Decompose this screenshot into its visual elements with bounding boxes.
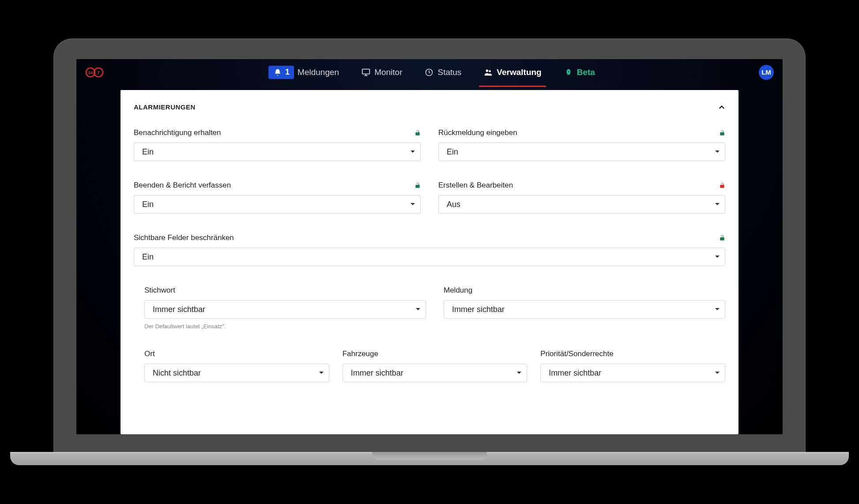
field-label: Erstellen & Bearbeiten	[438, 181, 513, 190]
unlock-icon	[719, 130, 725, 136]
nav-label: Monitor	[374, 68, 402, 77]
field-ort: Ort Nicht sichtbar	[144, 350, 329, 382]
select-benachrichtigung[interactable]: Ein	[134, 143, 421, 161]
avatar[interactable]: LM	[759, 65, 774, 80]
field-benachrichtigung: Benachrichtigung erhalten Ein	[134, 128, 421, 161]
svg-point-7	[489, 70, 491, 72]
select-meldung[interactable]: Immer sichtbar	[444, 300, 725, 319]
laptop-screen-bezel: 24 7 1 Meldungen	[54, 39, 805, 452]
users-icon	[483, 68, 493, 77]
select-erstellen[interactable]: Aus	[438, 195, 725, 214]
field-fahrzeuge: Fahrzeuge Immer sichtbar	[343, 350, 527, 382]
nav-item-meldungen[interactable]: 1 Meldungen	[264, 62, 343, 83]
chevron-up-icon[interactable]	[718, 103, 725, 110]
field-rueckmeldung: Rückmeldung eingeben Ein	[438, 128, 725, 161]
field-label: Meldung	[444, 286, 472, 295]
field-label: Ort	[144, 350, 155, 358]
nav-item-verwaltung[interactable]: Verwaltung	[479, 64, 546, 81]
avatar-initials: LM	[761, 68, 771, 76]
select-rueckmeldung[interactable]: Ein	[438, 143, 725, 161]
form-row: Stichwort Immer sichtbar Der Defaultwert…	[134, 286, 725, 330]
select-sichtbare[interactable]: Ein	[134, 248, 725, 266]
field-label: Benachrichtigung erhalten	[134, 128, 221, 137]
svg-text:24: 24	[88, 71, 93, 75]
select-beenden[interactable]: Ein	[134, 195, 421, 214]
section-header: ALARMIERUNGEN	[134, 103, 725, 111]
nav-item-beta[interactable]: Beta	[559, 64, 599, 81]
monitor-icon	[361, 68, 371, 77]
laptop-notch	[372, 452, 487, 460]
laptop-mockup: 24 7 1 Meldungen	[54, 39, 805, 465]
unlock-icon	[414, 182, 421, 188]
badge-count: 1	[285, 68, 290, 77]
app-background: 24 7 1 Meldungen	[76, 59, 783, 434]
field-label: Sichtbare Felder beschränken	[134, 233, 234, 242]
svg-text:7: 7	[97, 71, 99, 75]
screen: 24 7 1 Meldungen	[76, 59, 783, 434]
field-meldung: Meldung Immer sichtbar	[444, 286, 725, 330]
clock-icon	[424, 68, 434, 77]
svg-rect-4	[362, 69, 370, 74]
section-title: ALARMIERUNGEN	[134, 103, 196, 111]
svg-point-6	[486, 69, 489, 72]
nav-label: Verwaltung	[497, 68, 541, 77]
field-erstellen: Erstellen & Bearbeiten Aus	[438, 181, 725, 214]
nav-label: Status	[437, 68, 461, 77]
select-fahrzeuge[interactable]: Immer sichtbar	[343, 364, 527, 382]
select-prioritaet[interactable]: Immer sichtbar	[540, 364, 725, 382]
nav-label: Beta	[577, 68, 595, 77]
form-row: Benachrichtigung erhalten Ein	[134, 128, 725, 161]
form-row: Sichtbare Felder beschränken Ein	[134, 233, 725, 266]
form-row: Beenden & Bericht verfassen Ein	[134, 181, 725, 214]
field-beenden: Beenden & Bericht verfassen Ein	[134, 181, 421, 214]
unlock-icon	[719, 182, 725, 188]
field-label: Fahrzeuge	[343, 350, 378, 358]
unlock-icon	[414, 130, 421, 136]
topbar: 24 7 1 Meldungen	[76, 59, 783, 86]
field-stichwort: Stichwort Immer sichtbar Der Defaultwert…	[144, 286, 426, 330]
unlock-icon	[719, 235, 725, 241]
logo-247[interactable]: 24 7	[85, 65, 105, 79]
select-stichwort[interactable]: Immer sichtbar	[144, 300, 426, 319]
main-nav: 1 Meldungen Monitor	[105, 62, 759, 83]
field-label: Rückmeldung eingeben	[438, 128, 517, 137]
notifications-badge: 1	[268, 66, 294, 79]
settings-card: ALARMIERUNGEN Benachrichtigung erhalten	[121, 90, 738, 434]
field-prioritaet: Priorität/Sonderrechte Immer sichtbar	[540, 350, 725, 382]
select-ort[interactable]: Nicht sichtbar	[144, 364, 329, 382]
bell-icon	[273, 68, 283, 77]
field-sichtbare: Sichtbare Felder beschränken Ein	[134, 233, 725, 266]
laptop-base	[10, 452, 849, 465]
nav-item-status[interactable]: Status	[420, 64, 466, 81]
nav-label: Meldungen	[298, 68, 339, 77]
field-label: Stichwort	[144, 286, 175, 295]
helper-text: Der Defaultwert lautet „Einsatz".	[144, 323, 426, 330]
field-label: Beenden & Bericht verfassen	[134, 181, 231, 190]
field-label: Priorität/Sonderrechte	[540, 350, 613, 358]
rocket-icon	[564, 68, 573, 77]
form-row: Ort Nicht sichtbar Fahrzeuge Immer s	[134, 350, 725, 382]
nav-item-monitor[interactable]: Monitor	[357, 64, 407, 81]
